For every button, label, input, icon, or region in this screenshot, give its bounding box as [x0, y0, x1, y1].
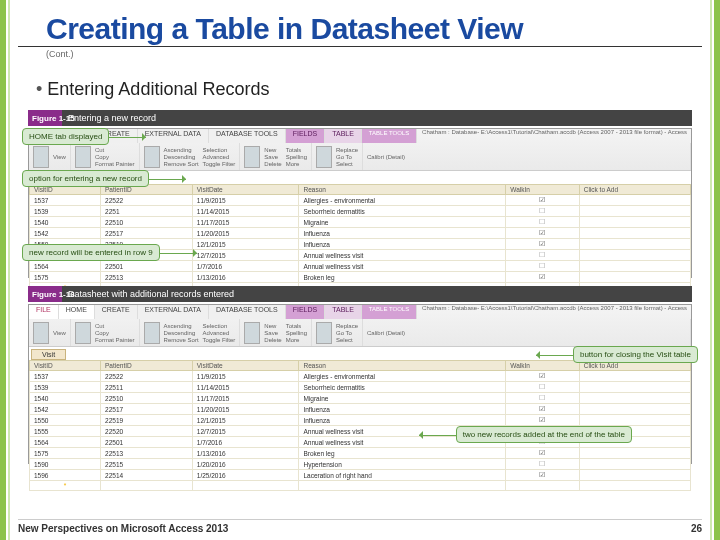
save-label[interactable]: Save [264, 154, 281, 160]
ribbon: FILE HOME CREATE EXTERNAL DATA DATABASE … [29, 129, 691, 171]
tab-tabletools: TABLE TOOLS [362, 305, 417, 319]
table-row[interactable]: 1596225141/25/2016Laceration of right ha… [30, 470, 691, 481]
callout-two-added: two new records added at the end of the … [456, 426, 632, 443]
cut-label[interactable]: Cut [95, 147, 135, 153]
column-header[interactable]: VisitDate [192, 185, 299, 195]
figure-caption: Entering a new record [68, 113, 156, 123]
table-row[interactable]: 15422251711/20/2015Influenza [30, 228, 691, 239]
desc-label[interactable]: Descending [164, 330, 199, 336]
asc-label[interactable]: Ascending [164, 147, 199, 153]
refresh-icon[interactable] [244, 322, 260, 344]
view-icon[interactable] [33, 146, 49, 168]
view-label: View [53, 330, 66, 336]
toggle-filter-label[interactable]: Toggle Filter [203, 161, 236, 167]
tab-dbtools[interactable]: DATABASE TOOLS [209, 305, 286, 319]
datasheet: Visit × VisitIDPatientIDVisitDateReasonW… [29, 347, 691, 491]
selection-label[interactable]: Selection [203, 323, 236, 329]
find-icon[interactable] [316, 146, 332, 168]
table-row[interactable]: 1575225131/13/2016Broken leg [30, 272, 691, 283]
toggle-filter-label[interactable]: Toggle Filter [203, 337, 236, 343]
column-header[interactable]: Reason [299, 185, 506, 195]
format-painter-label[interactable]: Format Painter [95, 161, 135, 167]
ribbon: FILE HOME CREATE EXTERNAL DATA DATABASE … [29, 305, 691, 347]
new-label[interactable]: New [264, 323, 281, 329]
delete-label[interactable]: Delete [264, 161, 281, 167]
tab-file[interactable]: FILE [29, 305, 59, 319]
table-row[interactable]: 1564225011/7/2016Annual wellness visit [30, 261, 691, 272]
table-row[interactable]: 1539225111/14/2015Seborrheic dermatitis [30, 206, 691, 217]
footer-text: New Perspectives on Microsoft Access 201… [18, 523, 228, 534]
table-row[interactable]: 15402251011/17/2015Migraine [30, 393, 691, 404]
tab-external[interactable]: EXTERNAL DATA [138, 305, 209, 319]
figure-number: Figure 1-16 [32, 290, 75, 299]
tab-fields[interactable]: FIELDS [286, 129, 326, 143]
remsort-label[interactable]: Remove Sort [164, 337, 199, 343]
figure-caption: Datasheet with additional records entere… [68, 289, 234, 299]
table-row[interactable]: 1575225131/13/2016Broken leg [30, 448, 691, 459]
copy-label[interactable]: Copy [95, 330, 135, 336]
new-record-row[interactable]: * [30, 481, 691, 491]
table-row[interactable]: 15502251912/1/2015Influenza [30, 415, 691, 426]
goto-label[interactable]: Go To [336, 154, 358, 160]
save-label[interactable]: Save [264, 330, 281, 336]
filter-icon[interactable] [144, 322, 160, 344]
column-header[interactable]: VisitID [30, 361, 101, 371]
font-name[interactable]: Calibri (Detail) [367, 154, 405, 160]
spelling-label[interactable]: Spelling [286, 154, 307, 160]
desc-label[interactable]: Descending [164, 154, 199, 160]
tab-dbtools[interactable]: DATABASE TOOLS [209, 129, 286, 143]
table-tab-visit[interactable]: Visit [31, 349, 66, 360]
new-label[interactable]: New [264, 147, 281, 153]
tab-create[interactable]: CREATE [95, 305, 138, 319]
data-grid[interactable]: VisitIDPatientIDVisitDateReasonWalkInCli… [29, 184, 691, 293]
paste-icon[interactable] [75, 146, 91, 168]
spelling-label[interactable]: Spelling [286, 330, 307, 336]
find-icon[interactable] [316, 322, 332, 344]
view-icon[interactable] [33, 322, 49, 344]
callout-new-option: option for entering a new record [22, 170, 149, 187]
filter-icon[interactable] [144, 146, 160, 168]
replace-label[interactable]: Replace [336, 147, 358, 153]
refresh-icon[interactable] [244, 146, 260, 168]
callout-close-button: button for closing the Visit table [573, 346, 698, 363]
more-label[interactable]: More [286, 161, 307, 167]
table-row[interactable]: 15422251711/20/2015Influenza [30, 404, 691, 415]
tab-table[interactable]: TABLE [325, 129, 362, 143]
replace-label[interactable]: Replace [336, 323, 358, 329]
font-name[interactable]: Calibri (Detail) [367, 330, 405, 336]
delete-label[interactable]: Delete [264, 337, 281, 343]
format-painter-label[interactable]: Format Painter [95, 337, 135, 343]
table-row[interactable]: 1590225151/20/2016Hypertension [30, 459, 691, 470]
advanced-label[interactable]: Advanced [203, 154, 236, 160]
totals-label[interactable]: Totals [286, 323, 307, 329]
datasheet: Visit VisitIDPatientIDVisitDateReasonWal… [29, 171, 691, 293]
goto-label[interactable]: Go To [336, 330, 358, 336]
table-row[interactable]: 15372252211/9/2015Allergies - environmen… [30, 195, 691, 206]
column-header[interactable]: WalkIn [506, 185, 579, 195]
table-row[interactable]: 15392251111/14/2015Seborrheic dermatitis [30, 382, 691, 393]
view-label: View [53, 154, 66, 160]
asc-label[interactable]: Ascending [164, 323, 199, 329]
cut-label[interactable]: Cut [95, 323, 135, 329]
column-header[interactable]: Click to Add [579, 185, 690, 195]
advanced-label[interactable]: Advanced [203, 330, 236, 336]
callout-row9: new record will be entered in row 9 [22, 244, 160, 261]
tab-table[interactable]: TABLE [325, 305, 362, 319]
tab-fields[interactable]: FIELDS [286, 305, 326, 319]
select-label[interactable]: Select [336, 161, 358, 167]
totals-label[interactable]: Totals [286, 147, 307, 153]
paste-icon[interactable] [75, 322, 91, 344]
table-row[interactable]: 15372252211/9/2015Allergies - environmen… [30, 371, 691, 382]
column-header[interactable]: WalkIn [506, 361, 579, 371]
selection-label[interactable]: Selection [203, 147, 236, 153]
page-number: 26 [691, 523, 702, 534]
more-label[interactable]: More [286, 337, 307, 343]
remsort-label[interactable]: Remove Sort [164, 161, 199, 167]
tab-home[interactable]: HOME [59, 305, 95, 319]
column-header[interactable]: Reason [299, 361, 506, 371]
select-label[interactable]: Select [336, 337, 358, 343]
copy-label[interactable]: Copy [95, 154, 135, 160]
column-header[interactable]: PatientID [101, 361, 193, 371]
column-header[interactable]: VisitDate [192, 361, 299, 371]
table-row[interactable]: 15402251011/17/2015Migraine [30, 217, 691, 228]
